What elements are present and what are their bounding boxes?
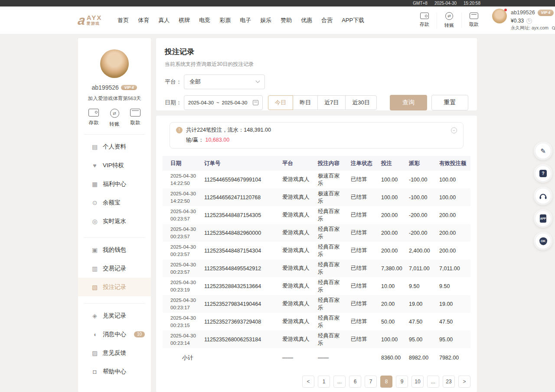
wallet-icon xyxy=(420,13,429,19)
platform-select[interactable]: 全部 xyxy=(184,75,265,89)
page-button-8[interactable]: 8 xyxy=(380,376,392,388)
page-next-button[interactable]: > xyxy=(458,376,470,388)
win-loss-value: 10,683.00 xyxy=(205,137,229,143)
cell-valid-bet: 7,011.00 xyxy=(431,266,470,272)
sidebar-item-prize[interactable]: ◈兑奖记录 xyxy=(78,306,151,325)
header-action-withdraw-card[interactable]: 取款 xyxy=(461,13,486,28)
search-icon[interactable] xyxy=(552,26,555,29)
nav-item-9[interactable]: 赞助 xyxy=(281,16,292,24)
page-button-10[interactable]: 10 xyxy=(411,376,424,388)
header-action-transfer[interactable]: 转账 xyxy=(437,12,461,29)
cell-valid-bet: 9.50 xyxy=(431,283,470,289)
quick-range-近30日[interactable]: 近30日 xyxy=(345,95,376,110)
user-box[interactable]: ab199526 VIP 4 ¥0.33 ↻ 永久网址: ayx.com xyxy=(492,9,555,32)
page-button-1[interactable]: 1 xyxy=(318,376,330,388)
topbar-date: 2025-04-30 xyxy=(434,1,457,6)
sidebar-item-id-card[interactable]: ▤个人资料 xyxy=(78,137,151,156)
sidebar-action-transfer[interactable]: 转账 xyxy=(110,109,120,127)
vip-badge: VIP 4 xyxy=(538,10,554,16)
nav-item-7[interactable]: 电子 xyxy=(240,16,251,24)
cell-date: 2025-04-3000:23:57 xyxy=(163,208,196,222)
nav-item-6[interactable]: 彩票 xyxy=(219,16,231,24)
reset-button[interactable]: 重置 xyxy=(431,95,468,110)
cell-status: 已结算 xyxy=(343,282,373,290)
chevron-down-icon xyxy=(256,78,260,83)
nav-item-1[interactable]: 首页 xyxy=(118,16,129,24)
search-button[interactable]: 查询 xyxy=(390,95,427,110)
page-ellipsis[interactable]: ... xyxy=(333,376,346,388)
nav-item-11[interactable]: 合营 xyxy=(321,16,333,24)
subtotal-payout: 8982.00 xyxy=(401,355,431,361)
cell-bet-content: 经典百家乐 xyxy=(310,297,343,311)
nav-item-8[interactable]: 娱乐 xyxy=(260,16,271,24)
nav-item-10[interactable]: 优惠 xyxy=(301,16,312,24)
column-header: 有效投注额 xyxy=(431,160,470,167)
floating-buttons: ✎?APPOK xyxy=(535,143,551,249)
sidebar-item-help[interactable]: ◘帮助中心 xyxy=(78,362,151,381)
cell-order-number: 1125235448495542912 xyxy=(196,266,274,272)
nav-item-2[interactable]: 体育 xyxy=(138,16,149,24)
sidebar-item-my-wallet[interactable]: ▣我的钱包 xyxy=(78,240,151,259)
header-quick-actions: 存款转账取款 xyxy=(412,12,486,29)
collapse-icon[interactable]: − xyxy=(451,127,457,133)
sidebar-item-label: 消息中心 xyxy=(103,330,126,338)
cell-date-time: 00:23:17 xyxy=(170,304,196,311)
quick-range-昨日[interactable]: 昨日 xyxy=(293,95,318,110)
cell-date-day: 2025-04-30 xyxy=(170,314,196,322)
join-days-text: 加入爱游戏体育第563天 xyxy=(78,95,151,102)
divider xyxy=(84,237,145,238)
sidebar-item-transaction[interactable]: ▥交易记录 xyxy=(78,259,151,278)
cell-status: 已结算 xyxy=(343,176,373,183)
page-ellipsis[interactable]: ... xyxy=(427,376,439,388)
refresh-balance-icon[interactable]: ↻ xyxy=(526,18,532,24)
column-header: 投注内容 xyxy=(310,160,343,167)
logo[interactable]: a AYX 爱游戏 xyxy=(78,14,102,27)
cell-date-day: 2025-04-30 xyxy=(170,190,196,198)
float-button-survey[interactable]: ✎ xyxy=(535,143,551,159)
float-button-ok-shield[interactable]: OK xyxy=(535,233,551,249)
cell-status: 已结算 xyxy=(343,265,373,272)
cell-payout: 47.50 xyxy=(401,319,431,325)
my-wallet-icon: ▣ xyxy=(91,246,98,253)
sidebar-username: ab199526 xyxy=(92,84,119,91)
sidebar-item-welfare[interactable]: ▦福利中心 xyxy=(78,175,151,193)
nav-item-5[interactable]: 电竞 xyxy=(199,16,210,24)
float-button-service-headset[interactable] xyxy=(535,188,551,204)
nav-item-12[interactable]: APP下载 xyxy=(342,16,364,24)
header-action-wallet[interactable]: 存款 xyxy=(412,13,437,28)
quick-range-今日[interactable]: 今日 xyxy=(268,95,293,110)
page-button-7[interactable]: 7 xyxy=(365,376,377,388)
page-button-23[interactable]: 23 xyxy=(443,376,455,388)
sidebar-action-wallet[interactable]: 存款 xyxy=(88,109,99,127)
avatar-large[interactable] xyxy=(100,49,129,78)
cell-bet-amount: 50.00 xyxy=(373,319,401,325)
nav-item-4[interactable]: 棋牌 xyxy=(179,16,190,24)
nav-item-3[interactable]: 真人 xyxy=(158,16,170,24)
sidebar-action-withdraw-card[interactable]: 取款 xyxy=(130,109,140,127)
sidebar-item-bet-record[interactable]: ▧投注记录 xyxy=(78,278,151,296)
cell-platform: 爱游戏真人 xyxy=(274,318,310,325)
cell-bet-amount: 10.00 xyxy=(373,283,401,289)
cell-payout: 9.50 xyxy=(401,283,431,289)
page-button-6[interactable]: 6 xyxy=(349,376,361,388)
page-button-9[interactable]: 9 xyxy=(396,376,408,388)
sidebar-item-vip[interactable]: ♥VIP特权 xyxy=(78,156,151,175)
cell-status: 已结算 xyxy=(343,318,373,325)
page-prev-button[interactable]: < xyxy=(302,376,314,388)
cell-date-day: 2025-04-30 xyxy=(170,208,196,215)
sidebar-item-feedback[interactable]: ▨意见反馈 xyxy=(78,343,151,362)
float-button-faq[interactable]: ? xyxy=(535,165,551,181)
avatar[interactable] xyxy=(492,9,507,23)
quick-range-近7日[interactable]: 近7日 xyxy=(317,95,346,110)
help-icon: ◘ xyxy=(91,368,98,375)
sidebar-item-label: 个人资料 xyxy=(103,143,126,151)
cell-date-time: 14:22:50 xyxy=(170,180,196,187)
subtotal-content: —— xyxy=(310,355,343,361)
sidebar-item-message[interactable]: ◖消息中心10 xyxy=(78,325,151,343)
sidebar-item-rebate[interactable]: ◎实时返水 xyxy=(78,212,151,230)
sidebar-action-label: 存款 xyxy=(89,120,99,126)
cell-date: 2025-04-3000:23:57 xyxy=(163,226,196,240)
float-button-app-download[interactable]: APP xyxy=(535,211,551,227)
date-range-input[interactable]: 2025-04-30 ~ 2025-04-30 xyxy=(184,95,263,110)
sidebar-item-yuebao[interactable]: ⊙余额宝 xyxy=(78,193,151,212)
